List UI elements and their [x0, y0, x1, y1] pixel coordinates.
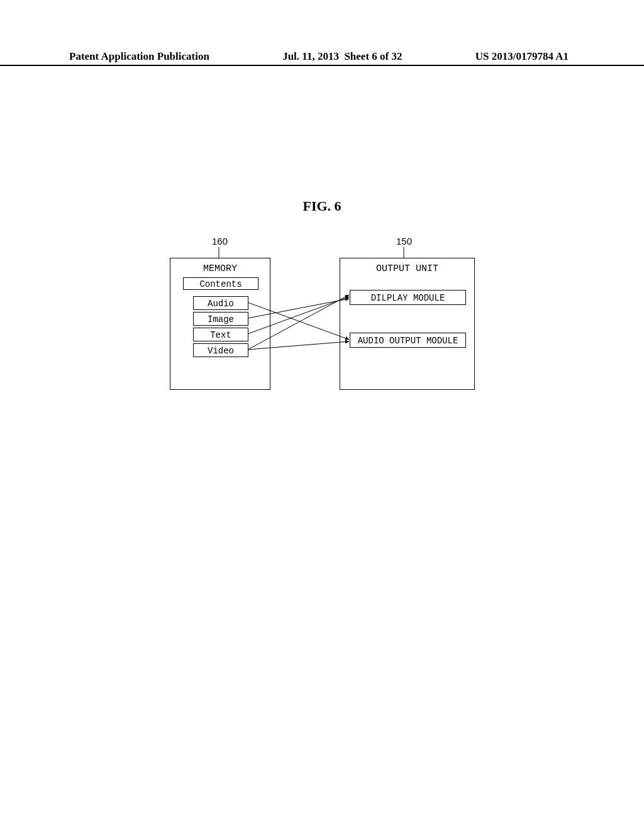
content-item-video: Video [193, 343, 248, 357]
publication-date: Jul. 11, 2013 [282, 50, 339, 62]
audio-output-module-box: AUDIO OUTPUT MODULE [350, 333, 466, 348]
contents-label: Contents [183, 277, 258, 290]
display-module-box: DILPLAY MODULE [350, 290, 466, 305]
sheet-info: Sheet 6 of 32 [344, 50, 402, 62]
page-header: Patent Application Publication Jul. 11, … [0, 50, 644, 66]
content-item-image: Image [193, 312, 248, 326]
publication-date-sheet: Jul. 11, 2013 Sheet 6 of 32 [282, 50, 402, 63]
output-unit-box: OUTPUT UNIT DILPLAY MODULE AUDIO OUTPUT … [340, 258, 475, 390]
publication-type: Patent Application Publication [69, 50, 209, 63]
output-unit-title: OUTPUT UNIT [340, 263, 474, 274]
memory-title: MEMORY [170, 263, 270, 274]
header-inner: Patent Application Publication Jul. 11, … [0, 50, 644, 63]
content-item-audio: Audio [193, 296, 248, 310]
diagram-container: 160 150 MEMORY Contents Audio Image Text… [170, 236, 478, 399]
figure-title: FIG. 6 [303, 198, 341, 214]
memory-box: MEMORY Contents Audio Image Text Video [170, 258, 270, 390]
content-item-text: Text [193, 328, 248, 341]
publication-number: US 2013/0179784 A1 [475, 50, 569, 63]
